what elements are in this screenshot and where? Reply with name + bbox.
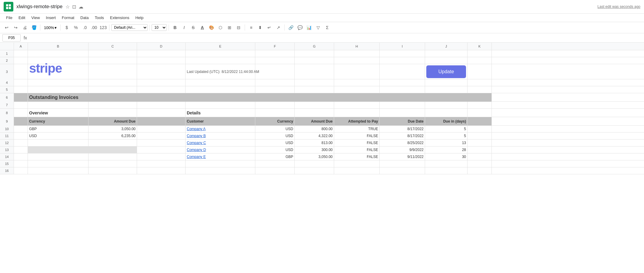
- format-123-button[interactable]: 123: [99, 23, 107, 32]
- sum-button[interactable]: Σ: [323, 23, 331, 32]
- cell-i7[interactable]: [380, 102, 425, 108]
- update-button[interactable]: Update: [426, 65, 466, 78]
- cell-j7[interactable]: [425, 102, 468, 108]
- cell-c15[interactable]: [89, 160, 137, 167]
- merge-cells-button[interactable]: ⊟: [234, 23, 243, 32]
- cell-a14[interactable]: [14, 153, 28, 160]
- cell-d16[interactable]: [137, 167, 186, 174]
- cell-c2[interactable]: [89, 57, 137, 64]
- cell-d10[interactable]: [137, 126, 186, 132]
- cell-a6[interactable]: [14, 93, 28, 102]
- col-header-g[interactable]: G: [295, 43, 334, 50]
- fill-color-button[interactable]: ⬡: [216, 23, 225, 32]
- insert-link-button[interactable]: 🔗: [287, 23, 295, 32]
- row-num-1[interactable]: 1: [0, 50, 14, 57]
- cell-h4[interactable]: [334, 79, 380, 86]
- menu-edit[interactable]: Edit: [16, 14, 28, 21]
- cell-k15[interactable]: [468, 160, 492, 167]
- cell-reference-input[interactable]: [2, 34, 21, 41]
- cell-j2[interactable]: [425, 57, 468, 64]
- strikethrough-button[interactable]: S: [189, 23, 197, 32]
- cell-e4[interactable]: [186, 79, 255, 86]
- row-num-9[interactable]: 9: [0, 117, 14, 126]
- cloud-icon[interactable]: ☁: [79, 4, 83, 10]
- cell-b15[interactable]: [28, 160, 89, 167]
- cell-h2[interactable]: [334, 57, 380, 64]
- cell-g3[interactable]: [295, 64, 334, 79]
- font-size-select[interactable]: 10: [152, 24, 167, 31]
- cell-d7[interactable]: [137, 102, 186, 108]
- cell-c3[interactable]: [89, 64, 137, 79]
- cell-a8[interactable]: [14, 109, 28, 117]
- cell-h16[interactable]: [334, 167, 380, 174]
- cell-b16[interactable]: [28, 167, 89, 174]
- cell-a9[interactable]: [14, 117, 28, 126]
- cell-d3[interactable]: [137, 64, 186, 79]
- cell-d14[interactable]: [137, 153, 186, 160]
- cell-i4[interactable]: [380, 79, 425, 86]
- undo-button[interactable]: ↩: [2, 23, 11, 32]
- percent-button[interactable]: %: [72, 23, 80, 32]
- company-d-link[interactable]: Company D: [187, 148, 206, 152]
- cell-e2[interactable]: [186, 57, 255, 64]
- cell-f4[interactable]: [255, 79, 295, 86]
- align-left-button[interactable]: ≡: [247, 23, 255, 32]
- cell-c5[interactable]: [89, 86, 137, 93]
- bold-button[interactable]: B: [171, 23, 179, 32]
- cell-i16[interactable]: [380, 167, 425, 174]
- cell-g15[interactable]: [295, 160, 334, 167]
- redo-button[interactable]: ↪: [12, 23, 20, 32]
- cell-h3[interactable]: [334, 64, 380, 79]
- cell-h7[interactable]: [334, 102, 380, 108]
- cell-c14[interactable]: [89, 153, 137, 160]
- cell-b1[interactable]: [28, 50, 89, 57]
- decimal-decrease-button[interactable]: .0: [81, 23, 89, 32]
- cell-a10[interactable]: [14, 126, 28, 132]
- cell-k9[interactable]: [468, 117, 492, 126]
- cell-e7[interactable]: [186, 102, 255, 108]
- cell-g2[interactable]: [295, 57, 334, 64]
- cell-f5[interactable]: [255, 86, 295, 93]
- cell-a5[interactable]: [14, 86, 28, 93]
- row-num-12[interactable]: 12: [0, 140, 14, 146]
- cell-e12-company-c[interactable]: Company C: [186, 140, 255, 146]
- cell-a13[interactable]: [14, 146, 28, 153]
- row-num-3[interactable]: 3: [0, 64, 14, 79]
- cell-d8[interactable]: [137, 109, 186, 117]
- col-header-e[interactable]: E: [186, 43, 255, 50]
- cell-e11-company-b[interactable]: Company B: [186, 133, 255, 139]
- cell-a1[interactable]: [14, 50, 28, 57]
- menu-file[interactable]: File: [4, 14, 15, 21]
- cell-a16[interactable]: [14, 167, 28, 174]
- cell-j4[interactable]: [425, 79, 468, 86]
- text-color-button[interactable]: 🎨: [207, 23, 216, 32]
- cell-f2[interactable]: [255, 57, 295, 64]
- cell-k10[interactable]: [468, 126, 492, 132]
- menu-help[interactable]: Help: [133, 14, 146, 21]
- cell-e10-company-a[interactable]: Company A: [186, 126, 255, 132]
- star-icon[interactable]: ☆: [65, 4, 70, 10]
- cell-c1[interactable]: [89, 50, 137, 57]
- cell-b12[interactable]: [28, 140, 89, 146]
- row-num-8[interactable]: 8: [0, 109, 14, 117]
- cell-f1[interactable]: [255, 50, 295, 57]
- cell-i5[interactable]: [380, 86, 425, 93]
- cell-k3[interactable]: [468, 64, 492, 79]
- cell-e15[interactable]: [186, 160, 255, 167]
- cell-c12[interactable]: [89, 140, 137, 146]
- col-header-f[interactable]: F: [255, 43, 295, 50]
- cell-a3[interactable]: [14, 64, 28, 79]
- cell-j15[interactable]: [425, 160, 468, 167]
- cell-h5[interactable]: [334, 86, 380, 93]
- paint-format-button[interactable]: 🪣: [30, 23, 38, 32]
- cell-k5[interactable]: [468, 86, 492, 93]
- col-header-h[interactable]: H: [334, 43, 380, 50]
- cell-d4[interactable]: [137, 79, 186, 86]
- cell-g16[interactable]: [295, 167, 334, 174]
- cell-k4[interactable]: [468, 79, 492, 86]
- cell-i2[interactable]: [380, 57, 425, 64]
- cell-j16[interactable]: [425, 167, 468, 174]
- cell-i15[interactable]: [380, 160, 425, 167]
- cell-a7[interactable]: [14, 102, 28, 108]
- col-header-i[interactable]: I: [380, 43, 425, 50]
